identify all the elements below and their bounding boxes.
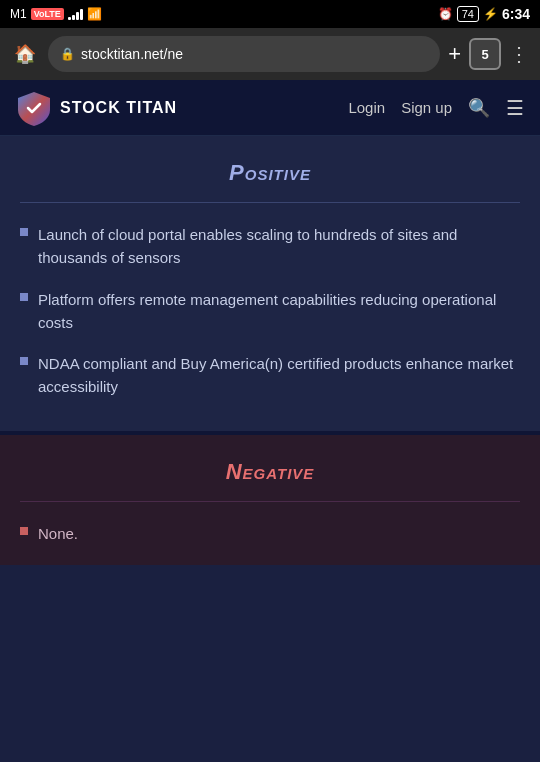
- positive-section: Positive Launch of cloud portal enables …: [0, 136, 540, 435]
- positive-section-title: Positive: [20, 160, 520, 186]
- positive-bullet-2: Platform offers remote management capabi…: [38, 288, 520, 335]
- security-icon: 🔒: [60, 47, 75, 61]
- negative-section-title: Negative: [20, 459, 520, 485]
- negative-divider: [20, 501, 520, 502]
- time-display: 6:34: [502, 6, 530, 22]
- stocktitan-logo-icon: [16, 90, 52, 126]
- new-tab-button[interactable]: +: [448, 41, 461, 67]
- address-bar[interactable]: 🔒 stocktitan.net/ne: [48, 36, 440, 72]
- browser-chrome: 🏠 🔒 stocktitan.net/ne + 5 ⋮: [0, 28, 540, 80]
- nav-links: Login Sign up 🔍 ☰: [348, 96, 524, 120]
- status-right: ⏰ 74 ⚡ 6:34: [438, 6, 530, 22]
- hamburger-menu-button[interactable]: ☰: [506, 96, 524, 120]
- bullet-icon: [20, 527, 28, 535]
- signal-bars-icon: [68, 8, 83, 20]
- list-item: NDAA compliant and Buy America(n) certif…: [20, 352, 520, 399]
- home-button[interactable]: 🏠: [10, 39, 40, 69]
- list-item: Launch of cloud portal enables scaling t…: [20, 223, 520, 270]
- positive-divider: [20, 202, 520, 203]
- brand-name: STOCK TITAN: [60, 99, 177, 117]
- negative-bullet-list: None.: [20, 522, 520, 545]
- status-bar: M1 VoLTE 📶 ⏰ 74 ⚡ 6:34: [0, 0, 540, 28]
- signup-link[interactable]: Sign up: [401, 99, 452, 116]
- positive-bullet-3: NDAA compliant and Buy America(n) certif…: [38, 352, 520, 399]
- bullet-icon: [20, 357, 28, 365]
- negative-bullet-1: None.: [38, 522, 78, 545]
- alarm-icon: ⏰: [438, 7, 453, 21]
- carrier-label: M1: [10, 7, 27, 21]
- search-button[interactable]: 🔍: [468, 97, 490, 119]
- volte-badge: VoLTE: [31, 8, 64, 20]
- tab-count-button[interactable]: 5: [469, 38, 501, 70]
- logo-container: STOCK TITAN: [16, 90, 177, 126]
- wifi-icon: 📶: [87, 7, 102, 21]
- address-text: stocktitan.net/ne: [81, 46, 183, 62]
- charging-icon: ⚡: [483, 7, 498, 21]
- main-content: Positive Launch of cloud portal enables …: [0, 136, 540, 762]
- battery-level: 74: [457, 6, 479, 22]
- negative-section: Negative None.: [0, 435, 540, 565]
- login-link[interactable]: Login: [348, 99, 385, 116]
- positive-bullet-list: Launch of cloud portal enables scaling t…: [20, 223, 520, 399]
- more-options-button[interactable]: ⋮: [509, 42, 530, 66]
- bullet-icon: [20, 293, 28, 301]
- bullet-icon: [20, 228, 28, 236]
- status-left: M1 VoLTE 📶: [10, 7, 102, 21]
- list-item: None.: [20, 522, 520, 545]
- positive-bullet-1: Launch of cloud portal enables scaling t…: [38, 223, 520, 270]
- nav-bar: STOCK TITAN Login Sign up 🔍 ☰: [0, 80, 540, 136]
- list-item: Platform offers remote management capabi…: [20, 288, 520, 335]
